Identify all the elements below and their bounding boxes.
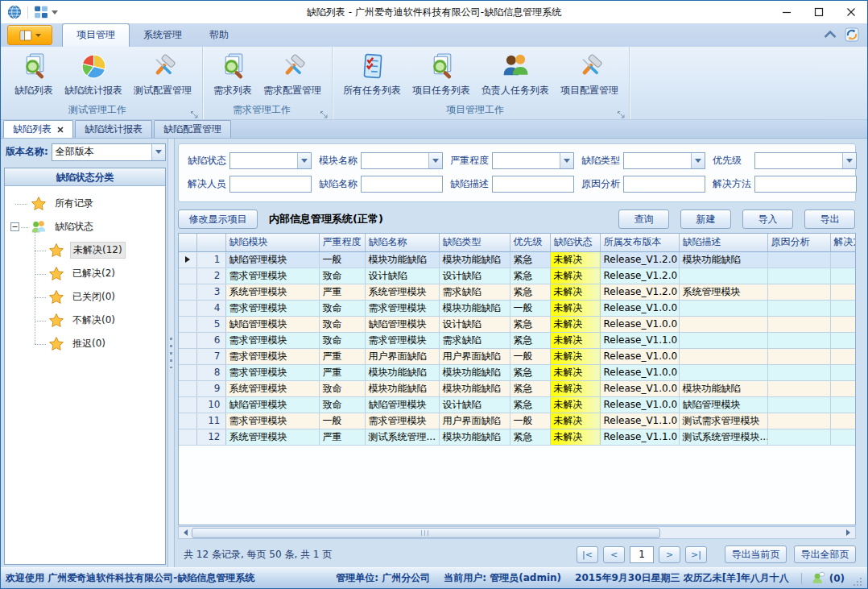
ribbon-button[interactable]: 项目任务列表 — [407, 49, 476, 105]
scroll-left-icon[interactable] — [180, 528, 192, 538]
row-selector[interactable] — [179, 380, 196, 396]
column-header[interactable]: 所属发布版本 — [600, 234, 679, 251]
export-current-page-button[interactable]: 导出当前页 — [725, 545, 787, 563]
chevron-down-icon[interactable] — [560, 153, 573, 168]
splitter[interactable] — [167, 139, 175, 567]
column-header[interactable]: 优先级 — [510, 234, 550, 251]
import-button[interactable]: 导入 — [742, 209, 793, 229]
doc-tab[interactable]: 缺陷列表 — [3, 120, 73, 138]
row-selector[interactable] — [179, 364, 196, 380]
quick-access-grid-icon[interactable] — [34, 5, 48, 19]
app-logo-icon[interactable] — [7, 5, 22, 19]
chevron-down-icon[interactable] — [842, 153, 856, 168]
row-selector[interactable] — [179, 300, 196, 316]
filter-input[interactable] — [492, 176, 574, 193]
quick-access-dropdown-icon[interactable] — [52, 10, 58, 15]
scroll-right-icon[interactable] — [842, 528, 854, 538]
modify-columns-button[interactable]: 修改显示项目 — [178, 209, 258, 229]
ribbon-button[interactable]: 需求配置管理 — [258, 49, 327, 105]
last-page-button[interactable]: >| — [685, 546, 707, 563]
ribbon-button[interactable]: 缺陷列表 — [9, 49, 59, 105]
filter-combo[interactable] — [361, 152, 443, 169]
filter-combo[interactable] — [623, 152, 705, 169]
table-row[interactable]: 4需求管理模块致命需求管理模块模块功能缺陷一般未解决Release_V1.0.0 — [179, 300, 856, 316]
table-row[interactable]: 6需求管理模块致命需求管理模块需求缺陷紧急未解决Release_V1.1.0 — [179, 332, 856, 348]
horizontal-scrollbar[interactable] — [178, 526, 856, 539]
dialog-launcher-icon[interactable] — [617, 107, 626, 116]
chevron-down-icon[interactable] — [428, 153, 442, 168]
tree-item[interactable]: 推迟(0) — [5, 332, 165, 355]
export-button[interactable]: 导出 — [804, 209, 855, 229]
ribbon-collapse-icon[interactable] — [824, 31, 837, 39]
tree-item[interactable]: 已关闭(0) — [5, 285, 165, 309]
filter-input[interactable] — [229, 176, 312, 193]
new-button[interactable]: 新建 — [680, 209, 731, 229]
column-header[interactable]: 缺陷模块 — [225, 234, 319, 251]
ribbon-tab[interactable]: 帮助 — [196, 24, 242, 47]
row-selector[interactable] — [179, 396, 196, 413]
dialog-launcher-icon[interactable] — [320, 107, 329, 116]
ribbon-button[interactable]: 负责人任务列表 — [476, 49, 555, 105]
row-selector[interactable] — [179, 332, 196, 348]
column-header[interactable]: 缺陷类型 — [439, 234, 510, 251]
table-row[interactable]: 11需求管理模块一般需求管理模块用户界面缺陷一般未解决Release_V1.1.… — [179, 413, 856, 429]
prev-page-button[interactable]: < — [603, 546, 625, 563]
table-row[interactable]: 8需求管理模块严重模块功能缺陷模块功能缺陷紧急未解决Release_V1.0.0 — [179, 364, 856, 380]
row-selector[interactable] — [179, 429, 196, 445]
table-row[interactable]: 7需求管理模块严重用户界面缺陷用户界面缺陷一般未解决Release_V1.0.0 — [179, 348, 856, 364]
next-page-button[interactable]: > — [659, 546, 680, 563]
online-user-icon[interactable] — [812, 571, 825, 585]
first-page-button[interactable]: |< — [577, 546, 598, 563]
column-header[interactable]: 严重程度 — [319, 234, 365, 251]
ribbon-button[interactable]: 需求列表 — [208, 49, 258, 105]
row-selector[interactable] — [179, 413, 196, 429]
column-header[interactable]: 缺陷描述 — [679, 234, 767, 251]
scrollbar-track[interactable] — [192, 528, 842, 538]
row-selector[interactable] — [179, 268, 196, 284]
export-all-pages-button[interactable]: 导出全部页 — [794, 545, 856, 563]
doc-tab[interactable]: 缺陷统计报表 — [75, 120, 152, 138]
table-row[interactable]: 3系统管理模块严重系统管理模块需求缺陷紧急未解决Release_V1.2.0系统… — [179, 284, 856, 300]
page-number-input[interactable] — [630, 546, 654, 563]
version-select[interactable]: 全部版本 — [52, 143, 166, 161]
tree-item[interactable]: 已解决(2) — [5, 262, 165, 285]
ribbon-button[interactable]: 测试配置管理 — [128, 49, 197, 105]
column-header[interactable]: 缺陷状态 — [550, 234, 600, 251]
ribbon-tab[interactable]: 项目管理 — [62, 23, 130, 47]
filter-input[interactable] — [361, 176, 443, 193]
scrollbar-thumb[interactable] — [192, 528, 660, 538]
collapse-icon[interactable] — [10, 222, 19, 231]
row-selector[interactable] — [179, 251, 196, 268]
ribbon-button[interactable]: 项目配置管理 — [555, 49, 624, 105]
tree-item[interactable]: 不解决(0) — [5, 309, 165, 332]
column-header[interactable]: 解决方法 — [830, 234, 856, 251]
resize-grip-icon[interactable] — [853, 577, 862, 587]
table-row[interactable]: 9系统管理模块致命模块功能缺陷模块功能缺陷紧急未解决Release_V1.0.0… — [179, 380, 856, 396]
doc-tab[interactable]: 缺陷配置管理 — [154, 120, 231, 138]
table-row[interactable]: 2需求管理模块致命设计缺陷设计缺陷紧急未解决Release_V1.2.0 — [179, 268, 856, 284]
close-tab-icon[interactable] — [57, 127, 64, 133]
dialog-launcher-icon[interactable] — [190, 107, 199, 116]
column-header[interactable]: 缺陷名称 — [365, 234, 439, 251]
maximize-button[interactable] — [803, 1, 835, 23]
tree-item[interactable]: 缺陷状态 — [5, 215, 165, 239]
filter-input[interactable] — [623, 176, 705, 193]
chevron-down-icon[interactable] — [297, 153, 311, 168]
table-row[interactable]: 5缺陷管理模块致命缺陷管理模块设计缺陷紧急未解决Release_V1.0.0 — [179, 316, 856, 332]
filter-input[interactable] — [754, 176, 857, 193]
row-selector[interactable] — [179, 316, 196, 332]
filter-combo[interactable] — [229, 152, 312, 169]
filter-combo[interactable] — [754, 152, 857, 169]
chevron-down-icon[interactable] — [151, 144, 165, 160]
table-row[interactable]: 12系统管理模块严重测试系统管理...模块功能缺陷紧急未解决Release_V1… — [179, 429, 856, 445]
ribbon-tab[interactable]: 系统管理 — [130, 24, 196, 47]
style-switcher-icon[interactable] — [845, 27, 859, 42]
column-header[interactable]: 原因分析 — [767, 234, 830, 251]
tree-item[interactable]: 未解决(12) — [5, 239, 165, 262]
ribbon-button[interactable]: 缺陷统计报表 — [59, 49, 128, 105]
close-button[interactable] — [835, 1, 867, 23]
filter-combo[interactable] — [492, 152, 574, 169]
minimize-button[interactable] — [771, 1, 803, 23]
row-selector[interactable] — [179, 284, 196, 300]
tree-item[interactable]: 所有记录 — [5, 192, 165, 215]
